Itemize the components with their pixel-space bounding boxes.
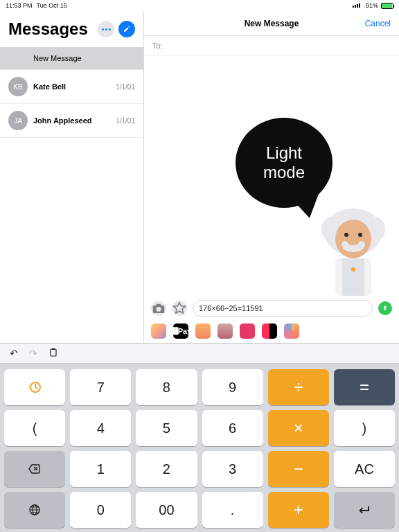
to-field[interactable]: To: <box>144 36 399 55</box>
cancel-button[interactable]: Cancel <box>365 19 391 28</box>
cellular-icon <box>353 3 360 8</box>
svg-rect-9 <box>51 349 56 356</box>
avatar: JA <box>8 111 28 130</box>
rail-more-icon[interactable]: ••• <box>306 323 321 339</box>
key-2[interactable]: 2 <box>136 451 197 487</box>
message-input-value: 176×66−25=11591 <box>199 304 263 312</box>
avatar: KB <box>8 77 28 96</box>
key-7[interactable]: 7 <box>70 369 131 405</box>
key-globe[interactable] <box>4 492 65 528</box>
sidebar: Messages New Message KB Kate Bell 1/1/01 <box>0 11 144 343</box>
compose-button[interactable] <box>118 21 135 37</box>
rail-app-icon[interactable] <box>218 323 233 339</box>
content-title: New Message <box>245 19 299 28</box>
battery-pct: 91% <box>366 2 378 9</box>
key-plus[interactable]: + <box>268 492 329 528</box>
key-history[interactable] <box>4 369 65 405</box>
message-body: Light mode <box>144 55 399 296</box>
speech-bubble: Light mode <box>236 118 332 208</box>
sidebar-title: Messages <box>8 19 88 39</box>
status-date: Tue Oct 15 <box>37 2 67 9</box>
key-0[interactable]: 0 <box>70 492 131 528</box>
content-pane: New Message Cancel To: Light mode <box>144 11 399 343</box>
to-label: To: <box>152 42 163 50</box>
conv-name: John Appleseed <box>33 116 92 125</box>
rail-app-icon[interactable] <box>262 323 277 339</box>
send-button[interactable] <box>378 301 392 315</box>
camera-icon[interactable] <box>151 301 166 316</box>
key-return[interactable] <box>334 492 395 528</box>
key-backspace[interactable] <box>4 451 65 487</box>
key-paren-close[interactable]: ) <box>334 410 395 446</box>
svg-rect-7 <box>342 258 364 296</box>
clipboard-button[interactable] <box>48 348 58 360</box>
key-5[interactable]: 5 <box>136 410 197 446</box>
keyboard: 7 8 9 ÷ = ( 4 5 6 × ) 1 2 3 − AC <box>0 364 399 532</box>
sidebar-item-new-message[interactable]: New Message <box>0 47 143 70</box>
conv-date: 1/1/01 <box>116 83 135 91</box>
rail-app-icon[interactable] <box>284 323 299 339</box>
svg-rect-10 <box>52 348 55 350</box>
app-rail: 🅿Pay ••• <box>144 321 399 343</box>
redo-button[interactable]: ↷ <box>29 348 37 359</box>
sidebar-item-kate-bell[interactable]: KB Kate Bell 1/1/01 <box>0 70 143 104</box>
einstein-illustration <box>312 199 395 296</box>
key-9[interactable]: 9 <box>202 369 263 405</box>
key-4[interactable]: 4 <box>70 410 131 446</box>
svg-point-8 <box>351 267 355 272</box>
rail-app-icon[interactable] <box>195 323 211 339</box>
more-button[interactable] <box>98 21 114 37</box>
rail-photos-icon[interactable] <box>151 323 166 339</box>
key-dot[interactable]: . <box>202 492 263 528</box>
svg-point-4 <box>344 233 348 237</box>
bubble-line2: mode <box>263 163 305 182</box>
key-ac[interactable]: AC <box>334 451 395 487</box>
key-1[interactable]: 1 <box>70 451 131 487</box>
key-8[interactable]: 8 <box>136 369 197 405</box>
message-input[interactable]: 176×66−25=11591 <box>193 300 373 317</box>
conv-name: Kate Bell <box>33 82 66 91</box>
svg-point-3 <box>335 220 371 258</box>
keyboard-toolbar: ↶ ↷ <box>0 343 399 364</box>
status-time: 11:53 PM <box>6 2 33 9</box>
key-multiply[interactable]: × <box>268 410 329 446</box>
svg-point-5 <box>358 233 362 237</box>
appstore-icon[interactable] <box>172 301 187 316</box>
battery-icon <box>381 3 393 9</box>
key-equals[interactable]: = <box>334 369 395 405</box>
key-paren-open[interactable]: ( <box>4 410 65 446</box>
status-bar: 11:53 PM Tue Oct 15 91% <box>0 0 399 11</box>
rail-apple-pay-icon[interactable]: 🅿Pay <box>173 323 188 339</box>
key-minus[interactable]: − <box>268 451 329 487</box>
rail-app-icon[interactable] <box>240 323 255 339</box>
key-6[interactable]: 6 <box>202 410 263 446</box>
undo-button[interactable]: ↶ <box>10 348 18 359</box>
conv-date: 1/1/01 <box>116 117 135 125</box>
sidebar-item-john-appleseed[interactable]: JA John Appleseed 1/1/01 <box>0 104 143 138</box>
conv-name: New Message <box>33 54 82 62</box>
key-3[interactable]: 3 <box>202 451 263 487</box>
key-00[interactable]: 00 <box>136 492 197 528</box>
bubble-line1: Light <box>266 143 302 163</box>
key-divide[interactable]: ÷ <box>268 369 329 405</box>
